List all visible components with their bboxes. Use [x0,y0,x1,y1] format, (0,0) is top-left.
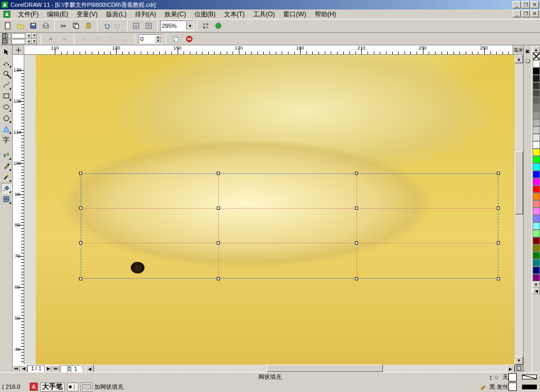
eyedropper-tool[interactable] [1,161,12,171]
undo-button[interactable] [100,20,112,32]
ruler-vertical[interactable]: 130120110100908070605040 [13,55,24,365]
save-button[interactable] [27,20,39,32]
color-swatch[interactable] [533,156,540,163]
new-button[interactable] [2,20,14,32]
ruler-horizontal[interactable]: 110130150170190210230250 [24,45,515,55]
rectangle-tool[interactable] [1,91,12,101]
grid-rows-stepper[interactable]: ▲▼ [26,39,37,44]
delete-node-icon[interactable]: － [59,33,70,45]
add-node-icon[interactable]: ＋ [45,33,56,45]
doc-close-button[interactable]: ✕ [531,10,539,17]
docker-toggle-2[interactable]: ❏ [524,56,532,66]
menu-text[interactable]: 文本(T) [220,9,249,19]
doc-minimize-button[interactable]: _ [513,10,521,17]
vscroll-thumb[interactable] [515,151,523,214]
color-swatch[interactable] [533,171,540,178]
app-launcher-button[interactable] [200,20,211,32]
ime-brand[interactable]: 大手笔 [40,383,65,391]
grid-cols-stepper[interactable]: ▲▼ [26,33,37,38]
color-swatch[interactable] [533,259,540,267]
grid-rows-spinner[interactable] [8,39,25,44]
color-swatch[interactable] [533,163,540,171]
ime-keyboard-icon[interactable] [81,383,92,391]
no-fill-swatch[interactable] [533,53,540,60]
palette-down-button[interactable]: ▼ [533,281,540,288]
menu-file[interactable]: 文件(F) [14,9,43,19]
page-first-button[interactable]: ⏮ [13,365,20,373]
outline-tool[interactable] [1,172,12,182]
ime-icon[interactable]: A [30,383,38,391]
cut-button[interactable]: ✂ [57,20,69,32]
open-button[interactable] [15,20,26,32]
clear-mesh-icon[interactable] [184,33,195,45]
color-swatch[interactable] [533,97,540,104]
color-swatch[interactable] [533,178,540,185]
color-swatch[interactable] [533,237,540,244]
polygon-tool[interactable] [1,113,12,123]
docker-toggle-1[interactable]: ▣ [524,46,532,56]
menu-view[interactable]: 变量(V) [72,9,102,19]
horizontal-scrollbar[interactable]: ◀ ▶ [85,365,515,372]
color-swatch[interactable] [533,185,540,193]
color-swatch[interactable] [533,141,540,149]
palette-flyout-button[interactable]: ◀ [533,288,540,294]
corel-online-button[interactable] [213,20,224,32]
color-swatch[interactable] [533,126,540,134]
curve-sym-icon[interactable] [119,33,131,45]
pick-tool[interactable] [1,46,12,57]
page-next-button[interactable]: ▶ [45,365,52,373]
print-button[interactable] [40,20,52,32]
color-swatch[interactable] [533,112,540,119]
color-swatch[interactable] [533,134,540,141]
color-swatch[interactable] [533,149,540,156]
zoom-tool[interactable] [1,68,12,79]
color-swatch[interactable] [533,244,540,252]
color-swatch[interactable] [533,104,540,112]
color-swatch[interactable] [533,60,540,67]
color-swatch[interactable] [533,193,540,200]
color-swatch[interactable] [533,75,540,82]
smoothing-spinner[interactable]: ▲▼ [139,34,162,44]
grid-cols-spinner[interactable] [8,33,25,38]
mesh-fill-tool[interactable] [1,194,12,204]
nav-corner[interactable] [515,365,523,372]
scroll-up-button[interactable]: ▲ [515,55,523,63]
color-swatch[interactable] [533,267,540,274]
blend-tool[interactable] [1,150,12,160]
minimize-button[interactable]: _ [513,1,521,8]
color-swatch[interactable] [533,215,540,222]
canvas[interactable] [24,55,515,365]
color-swatch[interactable] [533,252,540,259]
color-swatch[interactable] [533,208,540,215]
text-tool[interactable]: 字 [1,135,12,145]
menu-window[interactable]: 窗口(W) [279,9,310,19]
zoom-combo[interactable]: ▼ [160,21,194,31]
page-last-button[interactable]: ⏭ [52,365,60,373]
scroll-down-button[interactable]: ▼ [515,356,523,365]
copy-mesh-icon[interactable] [170,33,181,45]
zoom-dropdown[interactable]: ▼ [186,22,194,30]
zoom-input[interactable] [161,22,186,30]
menu-edit[interactable]: 编辑(E) [43,9,72,19]
color-swatch[interactable] [533,119,540,126]
doc-restore-button[interactable]: ❐ [522,10,530,17]
close-button[interactable]: ✕ [531,1,539,8]
color-swatch[interactable] [533,90,540,97]
redo-button[interactable] [113,20,124,32]
color-swatch[interactable] [533,222,540,230]
menu-tools[interactable]: 工具(O) [249,9,279,19]
ruler-origin[interactable] [13,45,24,55]
menu-arrange[interactable]: 排列(A) [131,9,160,19]
ellipse-tool[interactable] [1,102,12,112]
color-swatch[interactable] [533,200,540,208]
menu-layout[interactable]: 版面(L) [102,9,131,19]
page-tab[interactable]: 页 1 [61,365,83,373]
import-button[interactable] [130,20,142,32]
fill-tool[interactable] [1,183,12,193]
menu-help[interactable]: 帮助(H) [311,9,341,19]
menu-bitmap[interactable]: 位图(B) [190,9,220,19]
palette-up-button[interactable]: ▲ [533,46,540,53]
curve-cusp-icon[interactable] [92,33,103,45]
color-swatch[interactable] [533,274,540,281]
vertical-scrollbar[interactable]: ▲ ▼ [515,55,523,365]
